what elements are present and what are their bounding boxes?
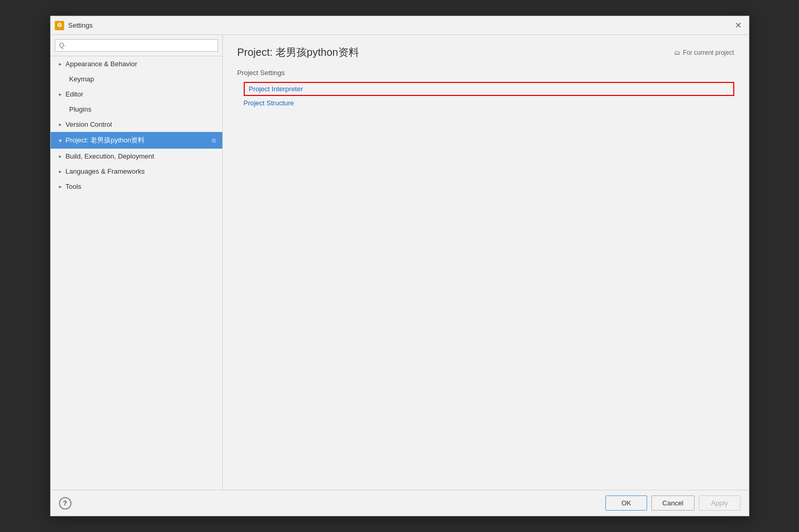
for-project-label: 🗂 For current project bbox=[674, 49, 734, 56]
nav-item-label: Version Control bbox=[66, 120, 112, 128]
sidebar: ▸Appearance & BehaviorKeymap▸EditorPlugi… bbox=[51, 35, 223, 490]
sidebar-item-tools[interactable]: ▸Tools bbox=[51, 179, 222, 194]
chevron-icon: ▸ bbox=[59, 153, 62, 159]
chevron-icon: ▸ bbox=[59, 61, 62, 67]
chevron-icon: ▾ bbox=[59, 138, 62, 143]
nav-item-label: Appearance & Behavior bbox=[66, 60, 137, 68]
ok-button[interactable]: OK bbox=[605, 495, 647, 511]
main-title: Project: 老男孩python资料 bbox=[237, 45, 359, 59]
title-bar-left: ⚙ Settings bbox=[55, 21, 93, 30]
dialog-footer: ? OK Cancel Apply bbox=[51, 490, 749, 516]
main-header: Project: 老男孩python资料 🗂 For current proje… bbox=[237, 45, 734, 59]
sidebar-item-build[interactable]: ▸Build, Execution, Deployment bbox=[51, 149, 222, 164]
help-button[interactable]: ? bbox=[59, 497, 71, 510]
search-input[interactable] bbox=[55, 39, 218, 52]
settings-links: Project InterpreterProject Structure bbox=[244, 82, 734, 108]
project-icon: 🗂 bbox=[674, 49, 681, 56]
sidebar-item-version-control[interactable]: ▸Version Control bbox=[51, 117, 222, 132]
footer-left: ? bbox=[59, 497, 71, 510]
sidebar-item-languages[interactable]: ▸Languages & Frameworks bbox=[51, 164, 222, 179]
title-bar: ⚙ Settings ✕ bbox=[51, 16, 749, 35]
sidebar-item-keymap[interactable]: Keymap bbox=[51, 71, 222, 87]
nav-item-label: Project: 老男孩python资料 bbox=[66, 136, 145, 145]
nav-item-label: Build, Execution, Deployment bbox=[66, 152, 154, 160]
sidebar-item-appearance[interactable]: ▸Appearance & Behavior bbox=[51, 56, 222, 71]
chevron-icon: ▸ bbox=[59, 168, 62, 174]
link-project-structure[interactable]: Project Structure bbox=[244, 98, 734, 108]
sidebar-item-project[interactable]: ▾Project: 老男孩python资料⧉ bbox=[51, 132, 222, 149]
copy-icon[interactable]: ⧉ bbox=[212, 137, 216, 144]
nav-list: ▸Appearance & BehaviorKeymap▸EditorPlugi… bbox=[51, 56, 222, 194]
apply-button[interactable]: Apply bbox=[699, 495, 741, 511]
sidebar-item-plugins[interactable]: Plugins bbox=[51, 102, 222, 117]
chevron-icon: ▸ bbox=[59, 122, 62, 127]
link-project-interpreter[interactable]: Project Interpreter bbox=[244, 82, 734, 96]
nav-item-label: Languages & Frameworks bbox=[66, 167, 145, 175]
nav-item-label: Editor bbox=[66, 90, 84, 98]
close-button[interactable]: ✕ bbox=[733, 20, 744, 31]
search-bar bbox=[51, 35, 222, 56]
nav-item-label: Plugins bbox=[69, 105, 92, 113]
footer-buttons: OK Cancel Apply bbox=[605, 495, 740, 511]
nav-item-label: Tools bbox=[66, 183, 81, 190]
chevron-icon: ▸ bbox=[59, 91, 62, 97]
dialog-title: Settings bbox=[68, 21, 93, 29]
settings-dialog: ⚙ Settings ✕ ▸Appearance & BehaviorKeyma… bbox=[50, 16, 749, 516]
chevron-icon: ▸ bbox=[59, 184, 62, 189]
sidebar-item-editor[interactable]: ▸Editor bbox=[51, 87, 222, 102]
main-content: Project: 老男孩python资料 🗂 For current proje… bbox=[223, 35, 749, 490]
app-icon: ⚙ bbox=[55, 21, 64, 30]
dialog-body: ▸Appearance & BehaviorKeymap▸EditorPlugi… bbox=[51, 35, 749, 490]
section-label: Project Settings bbox=[237, 69, 734, 77]
nav-item-label: Keymap bbox=[69, 75, 94, 83]
cancel-button[interactable]: Cancel bbox=[651, 495, 694, 511]
